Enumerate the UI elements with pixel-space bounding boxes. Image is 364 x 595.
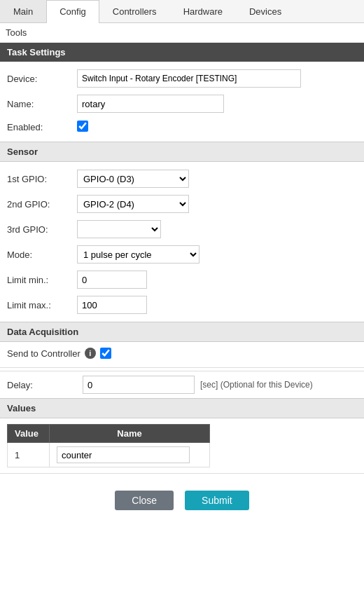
gpio2-control: GPIO-0 (D3) GPIO-1 (D5) GPIO-2 (D4) GPIO… (77, 195, 357, 213)
gpio1-select[interactable]: GPIO-0 (D3) GPIO-1 (D5) GPIO-2 (D4) GPIO… (77, 170, 189, 188)
enabled-row: Enabled: (0, 116, 364, 137)
gpio3-control: GPIO-0 (D3) GPIO-1 (D5) GPIO-2 (D4) (77, 220, 357, 238)
device-label: Device: (7, 74, 77, 84)
limit-max-label: Limit max.: (7, 300, 77, 310)
tab-controllers[interactable]: Controllers (99, 0, 170, 22)
gpio2-label: 2nd GPIO: (7, 199, 77, 210)
name-cell (50, 443, 210, 467)
gpio1-label: 1st GPIO: (7, 174, 77, 184)
info-icon: i (85, 348, 96, 359)
limit-max-input[interactable] (77, 296, 147, 314)
delay-row: Delay: [sec] (Optional for this Device) (0, 371, 364, 398)
send-to-controller-checkbox[interactable] (100, 348, 111, 359)
task-settings-header: Task Settings (0, 43, 364, 62)
delay-note: [sec] (Optional for this Device) (200, 380, 313, 390)
tab-bar: Main Config Controllers Hardware Devices (0, 0, 364, 23)
gpio3-row: 3rd GPIO: GPIO-0 (D3) GPIO-1 (D5) GPIO-2… (0, 217, 364, 242)
name-row: Name: (0, 91, 364, 116)
name-cell-input[interactable] (57, 446, 190, 463)
mode-select[interactable]: 1 pulse per cycle 2 pulses per cycle 4 p… (77, 245, 200, 264)
enabled-label: Enabled: (7, 122, 77, 132)
gpio3-select[interactable]: GPIO-0 (D3) GPIO-1 (D5) GPIO-2 (D4) (77, 220, 161, 238)
button-row: Close Submit (0, 479, 364, 524)
name-label: Name: (7, 99, 77, 109)
values-header: Values (0, 398, 364, 418)
data-acquisition-header: Data Acquisition (0, 322, 364, 342)
sensor-section: 1st GPIO: GPIO-0 (D3) GPIO-1 (D5) GPIO-2… (0, 162, 364, 322)
mode-label: Mode: (7, 249, 77, 260)
mode-control: 1 pulse per cycle 2 pulses per cycle 4 p… (77, 245, 357, 264)
name-col-header: Name (50, 425, 210, 443)
limit-max-control (77, 296, 357, 314)
limit-min-input[interactable] (77, 271, 147, 289)
device-row: Device: (0, 66, 364, 91)
gpio3-label: 3rd GPIO: (7, 224, 77, 235)
submit-button[interactable]: Submit (185, 491, 249, 510)
gpio2-select[interactable]: GPIO-0 (D3) GPIO-1 (D5) GPIO-2 (D4) GPIO… (77, 195, 189, 213)
tab-main[interactable]: Main (0, 0, 46, 22)
tools-label: Tools (6, 27, 27, 38)
enabled-control (77, 121, 357, 134)
name-control (77, 95, 357, 113)
value-cell: 1 (8, 443, 50, 467)
send-to-controller-label: Send to Controller (7, 348, 80, 359)
divider-1 (0, 367, 364, 368)
values-section: Value Name 1 (0, 424, 364, 467)
values-table: Value Name 1 (7, 424, 210, 467)
delay-input[interactable] (83, 376, 195, 394)
limit-max-row: Limit max.: (0, 292, 364, 317)
device-input[interactable] (77, 69, 301, 88)
name-input[interactable] (77, 95, 224, 113)
tab-config[interactable]: Config (46, 0, 99, 23)
value-col-header: Value (8, 425, 50, 443)
limit-min-label: Limit min.: (7, 275, 77, 285)
limit-min-row: Limit min.: (0, 267, 364, 292)
divider-2 (0, 473, 364, 474)
gpio1-control: GPIO-0 (D3) GPIO-1 (D5) GPIO-2 (D4) GPIO… (77, 170, 357, 188)
gpio2-row: 2nd GPIO: GPIO-0 (D3) GPIO-1 (D5) GPIO-2… (0, 191, 364, 217)
tab-devices[interactable]: Devices (236, 0, 295, 22)
gpio1-row: 1st GPIO: GPIO-0 (D3) GPIO-1 (D5) GPIO-2… (0, 166, 364, 191)
tab-hardware[interactable]: Hardware (170, 0, 236, 22)
sensor-header: Sensor (0, 142, 364, 162)
close-button[interactable]: Close (115, 491, 174, 510)
device-value-display (77, 69, 357, 88)
table-row: 1 (8, 443, 210, 467)
mode-row: Mode: 1 pulse per cycle 2 pulses per cyc… (0, 242, 364, 267)
values-table-header-row: Value Name (8, 425, 210, 443)
send-to-controller-row: Send to Controller i (0, 342, 364, 364)
task-settings-section: Device: Name: Enabled: (0, 62, 364, 142)
limit-min-control (77, 271, 357, 289)
delay-label: Delay: (7, 380, 77, 390)
tools-row: Tools (0, 23, 364, 43)
enabled-checkbox[interactable] (77, 121, 88, 132)
